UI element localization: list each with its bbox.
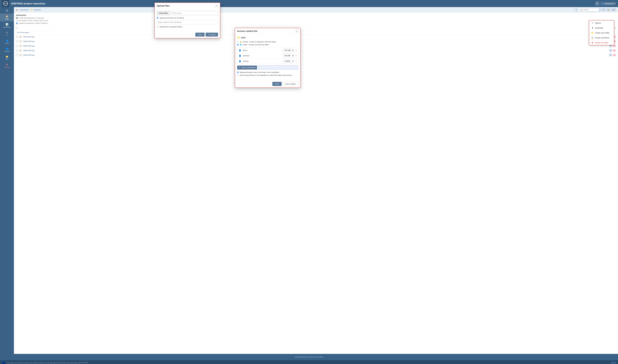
file-checkbox[interactable] xyxy=(16,45,18,47)
breadcrumb-folder-name[interactable]: sssssssss xyxy=(34,9,41,11)
ctx-new-fileset[interactable]: 📋 Create new fileset xyxy=(589,35,614,40)
acl-remove-user-btn[interactable]: × xyxy=(296,60,297,62)
table-row: 📋 Clipboard01.jpg ⬇ 🗑 xyxy=(14,35,618,39)
breadcrumb-home-icon: 🏠 xyxy=(16,9,18,11)
lock-icon: 🔒 xyxy=(240,41,242,43)
file-name[interactable]: Clipboard04.jpg xyxy=(23,50,34,51)
upload-modal-title: Upload files xyxy=(157,5,170,7)
user-created-icon: 👤 xyxy=(16,22,18,24)
acl-user-icon: 👤 xyxy=(239,49,241,52)
logo: SINFONIA xyxy=(2,0,9,7)
top-nav: SINFONIA SINFONIA project repository ✉ 👤… xyxy=(0,0,618,7)
folder-meta: 💾 1.8 MB (1912548 bytes) in 5 elements 🕐… xyxy=(16,17,616,25)
ctx-delete-folder[interactable]: 🗑 Delete this folder xyxy=(589,40,614,45)
file-checkbox[interactable] xyxy=(16,50,18,52)
radio-subfolder-yes[interactable] xyxy=(237,74,239,76)
radio-separate-filesets[interactable] xyxy=(157,26,158,27)
content-toolbar-right: 🔍 ▾ ⬆ 🔒 ⚙ ▾ xyxy=(574,8,616,11)
file-checkbox[interactable] xyxy=(16,54,18,56)
acl-folder-name: test1 xyxy=(241,37,246,39)
user-menu-button[interactable]: 👤 dummyuser ▾ xyxy=(601,2,616,5)
acl-permission-select[interactable]: Can viewCan editIs owner xyxy=(283,59,294,63)
footer-contact[interactable]: Contact xyxy=(307,356,313,358)
acl-modal-footer: Close Save changes xyxy=(235,80,300,88)
ctx-new-fileset-label: Create new fileset xyxy=(595,37,609,39)
upload-submit-button[interactable]: ⬆ Upload xyxy=(206,33,218,37)
upload-icon: ⬆ xyxy=(208,34,210,36)
nav-right: ✉ 👤 dummyuser ▾ xyxy=(595,1,616,6)
ctx-new-folder[interactable]: 📁 Create new Folder xyxy=(589,30,614,35)
search-input[interactable] xyxy=(579,8,599,11)
sidebar-toggle[interactable]: ☰ xyxy=(0,8,14,13)
acl-username: sinfonia2 xyxy=(243,55,281,57)
table-row: 📋 Clipboard05.jpg ⬇ 🗑 xyxy=(14,53,618,57)
go-parent-link[interactable]: ↑ Go to the parent xyxy=(16,31,29,33)
file-delete-btn[interactable]: 🗑 xyxy=(613,49,616,52)
upload-modal-body: Choose files No file chosen Upload all t… xyxy=(155,9,220,31)
acl-save-button[interactable]: Save changes xyxy=(283,82,298,86)
upload-btn[interactable]: ⬆ xyxy=(602,8,605,11)
ctx-download-label: Download xyxy=(595,27,603,29)
acl-permission-select[interactable]: Can viewCan editIs owner xyxy=(283,54,294,57)
sidebar-item-ai[interactable]: 🗂 AI xyxy=(0,30,14,38)
acl-permission-select[interactable]: Can viewCan editIs owner xyxy=(283,49,294,52)
footer-about[interactable]: About SINFONIA xyxy=(295,356,306,358)
sidebar-item-dashboard[interactable]: 📊 Dashboard xyxy=(0,22,14,30)
sidebar-item-label: Users xyxy=(5,42,9,44)
file-name[interactable]: Clipboard05.jpg xyxy=(23,54,34,56)
choose-files-button[interactable]: Choose files xyxy=(157,11,170,15)
file-name[interactable]: Clipboard02.jpg xyxy=(23,40,34,42)
acl-search-bar: 🔍 Search users/groups xyxy=(237,65,298,70)
acl-modal-close[interactable]: × xyxy=(295,30,298,33)
main-content: 🏠 › dummyuser › 📁 sssssssss 🔍 ▾ ⬆ 🔒 ⚙ ▾ xyxy=(14,7,618,354)
file-name[interactable]: Clipboard01.jpg xyxy=(23,36,34,38)
acl-search-button[interactable]: 🔍 Search users/groups xyxy=(237,66,257,69)
file-checkbox[interactable] xyxy=(16,36,18,38)
radio-private[interactable] xyxy=(237,41,239,43)
radio-subfolder-no[interactable] xyxy=(237,71,239,73)
mail-icon[interactable]: ✉ xyxy=(595,1,600,6)
ctx-options-label: Options xyxy=(595,22,601,24)
ctx-download[interactable]: ⬇ Download xyxy=(589,26,614,30)
acl-remove-user-btn[interactable]: × xyxy=(296,54,297,57)
fileset-icon: 📋 xyxy=(591,37,594,39)
fileset-name-input[interactable] xyxy=(157,20,218,24)
radio-all-fileset[interactable] xyxy=(157,17,158,19)
sidebar-item-ftp[interactable]: 📁 FTP xyxy=(0,54,14,62)
file-name[interactable]: Clipboard03.jpg xyxy=(23,45,34,47)
file-download-btn[interactable]: ⬇ xyxy=(609,54,612,56)
upload-close-button[interactable]: Close xyxy=(195,33,205,37)
folder-yellow-icon: 📁 xyxy=(237,36,240,39)
eu-text: This project has received funding from t… xyxy=(7,362,88,364)
ai-icon: 🗂 xyxy=(6,31,8,34)
folder-icon: 📁 xyxy=(591,32,594,34)
upload-modal-close[interactable]: × xyxy=(215,4,218,7)
file-actions: ⬇ 🗑 xyxy=(609,49,616,52)
lock-btn[interactable]: 🔒 xyxy=(606,8,610,11)
sidebar-item-main[interactable]: 🏠 Main xyxy=(0,13,14,22)
acl-remove-user-btn[interactable]: × xyxy=(296,49,297,51)
settings-btn[interactable]: ⚙ ▾ xyxy=(611,8,616,11)
folder-created: 👤 Created by dummyuser on Wed, 20 March … xyxy=(16,22,616,25)
acl-search-input[interactable] xyxy=(257,65,298,69)
select-all-checkbox[interactable] xyxy=(16,27,18,29)
globe-icon: 🌐 xyxy=(240,44,242,46)
table-row: 📋 Clipboard03.jpg ⬇ 🗑 xyxy=(14,44,618,48)
file-download-btn[interactable]: ⬇ xyxy=(609,49,612,52)
breadcrumb-user[interactable]: dummyuser xyxy=(20,9,29,11)
sidebar-item-users[interactable]: 👥 Users xyxy=(0,38,14,46)
acl-subfolder-group: Apply permissions only to this folder, n… xyxy=(237,71,298,76)
logo-circle: SINFONIA xyxy=(3,1,8,6)
radio-public[interactable] xyxy=(237,44,239,46)
footer-bottom: 🇪🇺 This project has received funding fro… xyxy=(0,360,618,364)
acl-username: sinfonia xyxy=(243,60,281,62)
ctx-options[interactable]: ✏ Options xyxy=(589,21,614,26)
sidebar-item-trash[interactable]: 🗑 Trash bin xyxy=(0,62,14,70)
footer-privacy[interactable]: Privacy Policy xyxy=(314,356,323,358)
acl-private-label: Private - Access is required to view thi… xyxy=(243,41,276,43)
acl-close-button[interactable]: Close xyxy=(272,82,282,86)
search-dropdown-btn[interactable]: ▾ xyxy=(599,9,601,11)
file-delete-btn[interactable]: 🗑 xyxy=(613,54,616,56)
file-checkbox[interactable] xyxy=(16,40,18,42)
sidebar-item-groups[interactable]: 👥 Groups xyxy=(0,46,14,54)
